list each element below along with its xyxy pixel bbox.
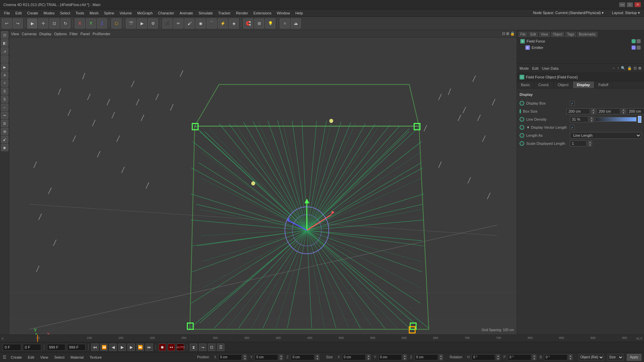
- sidebar-btn-brush[interactable]: 🖌: [1, 136, 8, 143]
- transport-anim-mode[interactable]: ⊡: [208, 344, 215, 351]
- menu-file[interactable]: File: [2, 10, 12, 16]
- pos-y-input[interactable]: [255, 354, 278, 360]
- maximize-button[interactable]: □: [627, 2, 633, 7]
- mograph-button[interactable]: ⚡: [218, 18, 228, 28]
- menu-edit[interactable]: Edit: [13, 10, 24, 16]
- pos-z-dn[interactable]: ▼: [315, 357, 319, 360]
- transport-keyframe-mode[interactable]: ⧗: [190, 344, 197, 351]
- transport-next-frame[interactable]: ⏩: [137, 344, 144, 351]
- vis-dot-1[interactable]: [632, 39, 636, 43]
- obj-mgr-view[interactable]: View: [539, 32, 550, 37]
- prop-input-box-size-y[interactable]: [597, 108, 620, 114]
- size-mode-dropdown[interactable]: Size Scale: [607, 354, 624, 361]
- line-density-handle[interactable]: [638, 116, 641, 123]
- bottom-menu-view[interactable]: View: [39, 355, 50, 360]
- rot-b-up[interactable]: ▲: [569, 354, 573, 357]
- prop-tab-basic[interactable]: Basic: [517, 81, 534, 88]
- prop-nav-expand[interactable]: ⊞: [638, 66, 641, 70]
- obj-mgr-file[interactable]: File: [519, 32, 527, 37]
- emitter-vis-dot-1[interactable]: [632, 46, 636, 50]
- prop-input-line-density[interactable]: [570, 116, 588, 122]
- viewport-menu-panel[interactable]: Panel: [80, 32, 90, 36]
- viewport-menu-view[interactable]: View: [11, 32, 19, 36]
- sidebar-btn-sculpt[interactable]: ◉: [1, 144, 8, 151]
- menu-extensions[interactable]: Extensions: [251, 10, 274, 16]
- rot-b-input[interactable]: [544, 354, 568, 360]
- redo-button[interactable]: ↪: [13, 18, 23, 28]
- size-z-up[interactable]: ▲: [439, 354, 443, 357]
- prop-tab-coord[interactable]: Coord.: [534, 81, 554, 88]
- prop-checkbox-display-box[interactable]: ✓: [570, 101, 575, 106]
- vis-dot-2[interactable]: [637, 39, 641, 43]
- transport-autokey[interactable]: AUTO: [177, 344, 184, 351]
- spinner-dn-line-density[interactable]: ▼: [590, 119, 594, 122]
- x-axis-button[interactable]: X: [75, 18, 85, 28]
- terrain-button[interactable]: ⛰: [291, 18, 301, 28]
- spinner-dn-box-y[interactable]: ▼: [622, 111, 626, 114]
- transport-play-forward[interactable]: ▶: [127, 344, 135, 351]
- rot-p-up[interactable]: ▲: [532, 354, 536, 357]
- viewport-menu-cameras[interactable]: Cameras: [22, 32, 37, 36]
- object-item-field-force[interactable]: F Field Force: [519, 38, 642, 44]
- obj-mgr-tags[interactable]: Tags: [566, 32, 576, 37]
- light-button[interactable]: 💡: [265, 18, 275, 28]
- prop-input-box-size-z[interactable]: [627, 108, 644, 114]
- sidebar-btn-polygon[interactable]: ◧: [1, 39, 8, 47]
- transport-motion-mode[interactable]: ↝: [199, 344, 206, 351]
- scale-button[interactable]: ⊡: [49, 18, 59, 28]
- pos-x-input[interactable]: [218, 354, 242, 360]
- pos-x-up[interactable]: ▲: [243, 354, 247, 357]
- prop-checkbox-display-vector[interactable]: ✓: [570, 125, 575, 130]
- spinner-up-scale-length[interactable]: ▲: [588, 140, 592, 143]
- prop-nav-sync[interactable]: ⊡: [634, 66, 637, 70]
- z-axis-button[interactable]: Z: [97, 18, 107, 28]
- size-x-input[interactable]: [342, 354, 366, 360]
- rot-h-input[interactable]: [472, 354, 495, 360]
- bottom-menu-edit[interactable]: Edit: [26, 355, 36, 360]
- pos-y-up[interactable]: ▲: [279, 354, 283, 357]
- menu-help[interactable]: Help: [293, 10, 305, 16]
- close-button[interactable]: ✕: [635, 2, 641, 7]
- rot-b-dn[interactable]: ▼: [569, 357, 573, 360]
- spinner-up-line-density[interactable]: ▲: [590, 116, 594, 119]
- render-button[interactable]: ▶: [137, 18, 147, 28]
- sidebar-btn-live[interactable]: ▶: [1, 63, 8, 71]
- prop-mode[interactable]: Mode: [520, 66, 529, 70]
- live-select-button[interactable]: ▶: [27, 18, 37, 28]
- sidebar-btn-snap[interactable]: ⌗: [1, 79, 8, 87]
- render-settings-button[interactable]: ⚙: [148, 18, 158, 28]
- timeline-ruler[interactable]: 50 100 150 200 250 300 350 400 450 500 5…: [5, 335, 635, 342]
- viewport-menu-options[interactable]: Options: [54, 32, 67, 36]
- snap-button[interactable]: 🧲: [243, 18, 253, 28]
- sidebar-btn-layers[interactable]: ☰: [1, 120, 8, 127]
- menu-render[interactable]: Render: [233, 10, 250, 16]
- menu-window[interactable]: Window: [274, 10, 292, 16]
- sculpt-button[interactable]: 🖌: [184, 18, 195, 28]
- prop-user-data[interactable]: User Data: [542, 66, 559, 70]
- transport-record-all[interactable]: ●●: [168, 344, 175, 351]
- pos-y-dn[interactable]: ▼: [279, 357, 283, 360]
- menu-simulate[interactable]: Simulate: [196, 10, 215, 16]
- object-rel-dropdown[interactable]: Object (Rel) World: [579, 354, 604, 361]
- y-axis-button[interactable]: Y: [86, 18, 96, 28]
- prop-input-box-size-x[interactable]: [567, 108, 590, 114]
- size-y-up[interactable]: ▲: [403, 354, 407, 357]
- knife-button[interactable]: ⌗: [280, 18, 290, 28]
- rot-h-dn[interactable]: ▼: [496, 357, 500, 360]
- menu-mograph[interactable]: MoGraph: [135, 10, 155, 16]
- sidebar-btn-measure[interactable]: ↔: [1, 104, 8, 111]
- transport-prev-frame[interactable]: ⏪: [100, 344, 108, 351]
- undo-button[interactable]: ↩: [2, 18, 12, 28]
- prop-nav-search[interactable]: 🔍: [621, 66, 626, 70]
- bottom-hamburger-icon[interactable]: ☰: [3, 355, 6, 360]
- spline-button[interactable]: ⌒: [207, 18, 217, 28]
- pos-z-input[interactable]: [291, 354, 314, 360]
- object-mode-button[interactable]: ⬡: [111, 18, 121, 28]
- cube-button[interactable]: ⬛: [162, 18, 172, 28]
- viewport-menu-filter[interactable]: Filter: [69, 32, 77, 36]
- menu-animate[interactable]: Animate: [177, 10, 195, 16]
- menu-modes[interactable]: Modes: [41, 10, 57, 16]
- emitter-vis-dot-2[interactable]: [637, 46, 641, 50]
- material-button[interactable]: ◉: [196, 18, 206, 28]
- spinner-up-box-y[interactable]: ▲: [622, 108, 626, 111]
